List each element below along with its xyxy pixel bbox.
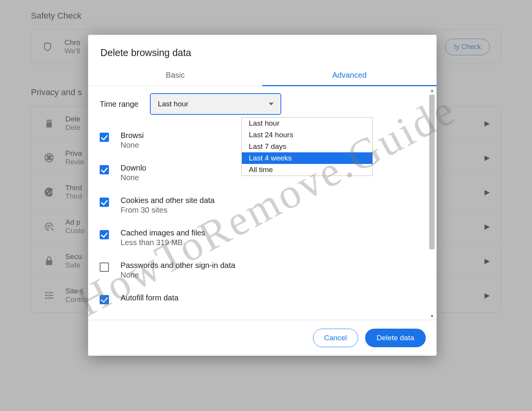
tab-advanced[interactable]: Advanced	[262, 65, 437, 86]
item-title: Cookies and other site data	[121, 196, 215, 205]
item-title: Cached images and files	[121, 229, 205, 237]
dialog-body: Time range Last hour BrowsiNoneDownloNon…	[88, 86, 437, 320]
data-type-row: Cached images and filesLess than 319 MB	[100, 224, 424, 256]
item-desc: From 30 sites	[121, 206, 215, 215]
scroll-thumb[interactable]	[429, 95, 435, 249]
dialog-tabs: Basic Advanced	[88, 65, 437, 86]
time-range-option[interactable]: Last 7 days	[242, 141, 372, 152]
time-range-label: Time range	[100, 100, 138, 109]
item-checkbox[interactable]	[100, 198, 109, 207]
tab-basic[interactable]: Basic	[88, 65, 262, 86]
item-title: Downlo	[121, 164, 146, 172]
item-title: Passwords and other sign-in data	[121, 261, 235, 270]
time-range-option[interactable]: Last hour	[242, 118, 372, 129]
delete-browsing-data-dialog: Delete browsing data Basic Advanced Time…	[88, 35, 437, 356]
item-checkbox[interactable]	[100, 133, 109, 142]
time-range-selected-value: Last hour	[158, 100, 188, 108]
dialog-title: Delete browsing data	[88, 35, 437, 65]
time-range-option[interactable]: All time	[242, 164, 372, 176]
scroll-up-icon[interactable]: ▴	[428, 86, 436, 94]
item-desc: None	[121, 141, 144, 150]
item-desc: None	[121, 173, 146, 182]
time-range-option[interactable]: Last 4 weeks	[242, 152, 372, 164]
item-checkbox[interactable]	[100, 165, 109, 174]
time-range-select[interactable]: Last hour	[150, 93, 281, 115]
time-range-dropdown[interactable]: Last hourLast 24 hoursLast 7 daysLast 4 …	[241, 117, 373, 176]
item-desc: None	[121, 271, 235, 280]
dropdown-arrow-icon	[269, 103, 274, 106]
data-type-row: Autofill form data	[100, 289, 424, 314]
cancel-button[interactable]: Cancel	[313, 329, 358, 347]
item-checkbox[interactable]	[100, 295, 109, 304]
delete-data-button[interactable]: Delete data	[365, 329, 426, 347]
item-title: Browsi	[121, 131, 144, 140]
scrollbar[interactable]: ▴ ▾	[428, 86, 436, 320]
item-desc: Less than 319 MB	[121, 238, 205, 247]
item-checkbox[interactable]	[100, 230, 109, 239]
data-type-row: Passwords and other sign-in dataNone	[100, 256, 424, 289]
item-checkbox[interactable]	[100, 263, 109, 272]
item-title: Autofill form data	[121, 293, 178, 302]
time-range-option[interactable]: Last 24 hours	[242, 129, 372, 141]
data-type-row: Cookies and other site dataFrom 30 sites	[100, 191, 424, 224]
dialog-footer: Cancel Delete data	[88, 320, 437, 356]
scroll-down-icon[interactable]: ▾	[428, 312, 436, 320]
